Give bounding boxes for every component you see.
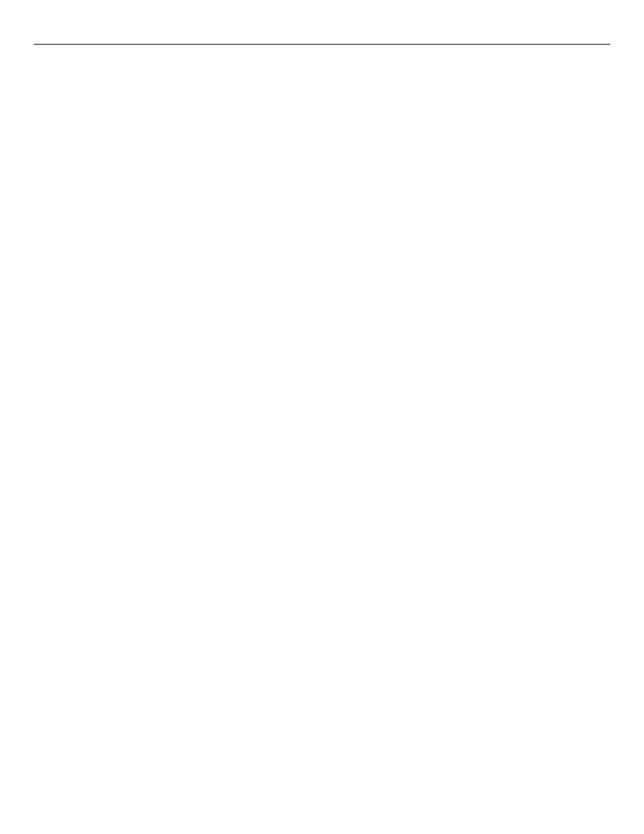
header-rule — [34, 44, 610, 45]
